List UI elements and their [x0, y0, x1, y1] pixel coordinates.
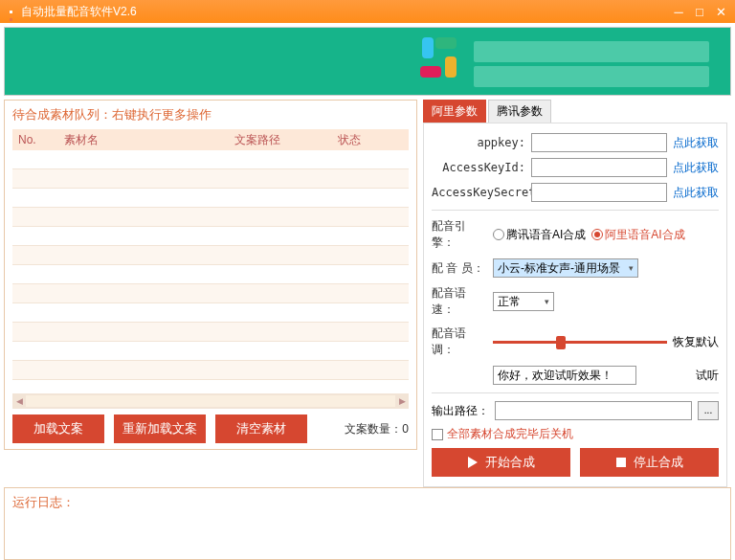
accesssecret-get-link[interactable]: 点此获取: [673, 185, 719, 201]
table-header: No. 素材名 文案路径 状态: [12, 129, 409, 150]
pitch-slider[interactable]: [493, 341, 667, 344]
scroll-right-icon[interactable]: ▶: [395, 396, 409, 406]
appkey-get-link[interactable]: 点此获取: [673, 135, 719, 151]
table-row: [12, 361, 409, 380]
slack-icon: [418, 35, 464, 81]
table-body[interactable]: [12, 150, 409, 393]
param-tabs: 阿里参数 腾讯参数: [423, 100, 727, 123]
accessid-label: AccessKeyId:: [432, 161, 525, 174]
close-button[interactable]: ✕: [710, 5, 731, 19]
engine-label: 配音引擎：: [432, 218, 487, 251]
table-row: [12, 208, 409, 227]
banner: [4, 27, 731, 96]
accesssecret-input[interactable]: [531, 183, 667, 202]
output-path-input[interactable]: [495, 401, 692, 420]
titlebar: 自动批量配音软件V2.6 ─ □ ✕: [0, 0, 735, 23]
stop-icon: [616, 458, 626, 467]
slider-thumb[interactable]: [556, 336, 566, 349]
output-path-label: 输出路径：: [432, 403, 489, 419]
table-row: [12, 323, 409, 342]
voice-select[interactable]: 小云-标准女声-通用场景: [493, 258, 638, 278]
reload-button[interactable]: 重新加载文案: [114, 414, 206, 443]
count-label: 文案数量：0: [345, 421, 409, 437]
scroll-track[interactable]: [26, 395, 395, 407]
banner-stripe: [474, 41, 709, 62]
accessid-get-link[interactable]: 点此获取: [673, 160, 719, 176]
reset-pitch-link[interactable]: 恢复默认: [673, 334, 719, 350]
col-state[interactable]: 状态: [332, 132, 390, 148]
col-no[interactable]: No.: [12, 133, 58, 146]
shutdown-label: 全部素材合成完毕后关机: [447, 426, 573, 442]
appkey-label: appkey:: [432, 136, 525, 149]
table-row: [12, 246, 409, 265]
clear-button[interactable]: 清空素材: [215, 414, 307, 443]
preview-text-input[interactable]: [493, 366, 636, 385]
table-row: [12, 342, 409, 361]
appkey-input[interactable]: [531, 133, 667, 152]
banner-stripe: [474, 66, 709, 87]
table-row: [12, 169, 409, 189]
log-panel: 运行日志：: [4, 487, 731, 560]
accesssecret-label: AccessKeySecret:: [432, 186, 525, 199]
start-button[interactable]: 开始合成: [432, 448, 570, 477]
browse-button[interactable]: ...: [698, 401, 719, 420]
shutdown-checkbox[interactable]: [432, 429, 443, 440]
engine-ali-radio[interactable]: 阿里语音AI合成: [591, 227, 684, 243]
tab-ali[interactable]: 阿里参数: [423, 100, 486, 123]
minimize-button[interactable]: ─: [668, 5, 689, 19]
table-row: [12, 227, 409, 246]
accessid-input[interactable]: [531, 158, 667, 177]
app-logo-icon: [4, 5, 17, 18]
engine-tencent-radio[interactable]: 腾讯语音AI合成: [493, 227, 586, 243]
listen-link[interactable]: 试听: [696, 368, 719, 384]
table-row: [12, 265, 409, 284]
voice-label: 配 音 员：: [432, 260, 487, 277]
table-row: [12, 303, 409, 323]
tab-tencent[interactable]: 腾讯参数: [488, 100, 551, 123]
credentials-form: appkey: 点此获取 AccessKeyId: 点此获取 AccessKey…: [423, 123, 727, 487]
horizontal-scrollbar[interactable]: ◀ ▶: [12, 393, 409, 409]
queue-panel: 待合成素材队列：右键执行更多操作 No. 素材名 文案路径 状态: [4, 100, 417, 450]
table-row: [12, 189, 409, 208]
queue-title: 待合成素材队列：右键执行更多操作: [12, 106, 409, 123]
maximize-button[interactable]: □: [689, 5, 710, 19]
scroll-left-icon[interactable]: ◀: [12, 396, 26, 406]
play-icon: [468, 457, 478, 468]
stop-button[interactable]: 停止合成: [580, 448, 719, 477]
speed-select[interactable]: 正常: [493, 292, 554, 311]
table-row: [12, 284, 409, 303]
col-name[interactable]: 素材名: [58, 132, 229, 148]
load-button[interactable]: 加载文案: [12, 414, 104, 443]
window-title: 自动批量配音软件V2.6: [21, 4, 668, 20]
table-row: [12, 150, 409, 169]
col-path[interactable]: 文案路径: [229, 132, 332, 148]
log-title: 运行日志：: [12, 495, 75, 509]
pitch-label: 配音语调：: [432, 325, 487, 358]
speed-label: 配音语速：: [432, 285, 487, 318]
